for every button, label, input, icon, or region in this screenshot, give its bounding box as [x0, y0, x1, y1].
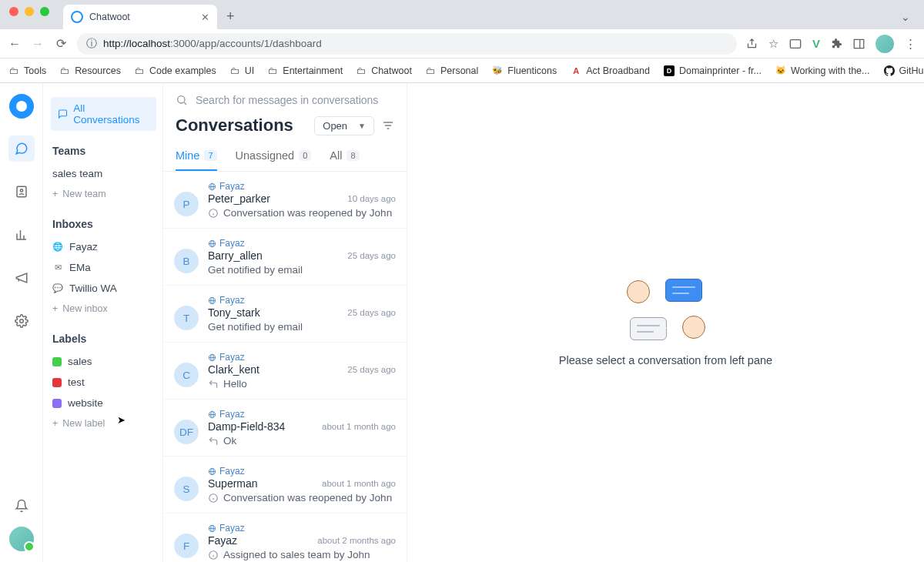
minimize-window-icon[interactable]: [25, 7, 34, 16]
nav-contacts[interactable]: [8, 179, 35, 205]
conversation-item[interactable]: SFayazSupermanabout 1 month agoConversat…: [163, 457, 407, 513]
sidebar-inbox-item[interactable]: ✉EMa: [51, 257, 156, 278]
sidebar-inbox-item[interactable]: 🌐Fayaz: [51, 236, 156, 257]
site-icon: 🐱: [775, 65, 786, 76]
inbox-tag: Fayaz: [208, 523, 396, 534]
status-dropdown[interactable]: Open ▼: [314, 116, 374, 135]
extensions-icon[interactable]: [831, 38, 842, 49]
address-actions: ☆ V ⋮: [746, 35, 916, 53]
sidebar-label-item[interactable]: website: [51, 393, 156, 413]
app-logo[interactable]: [9, 94, 34, 119]
contact-name: Clark_kent: [208, 363, 259, 376]
nav-conversations[interactable]: [8, 135, 35, 162]
conversation-item[interactable]: FFayazFayazabout 2 months agoAssigned to…: [163, 513, 407, 562]
contact-avatar: DF: [174, 420, 199, 444]
folder-icon: 🗀: [357, 65, 367, 76]
sidebar-new-team[interactable]: +New team: [51, 184, 156, 204]
bookmark-folder[interactable]: 🗀Personal: [426, 65, 478, 76]
bookmark-star-icon[interactable]: ☆: [768, 37, 778, 51]
conversation-item[interactable]: BFayazBarry_allen25 days agoGet notified…: [163, 229, 407, 286]
bookmark-folder[interactable]: 🗀UI: [230, 65, 255, 76]
panel-icon[interactable]: [853, 38, 865, 49]
app-root: All Conversations Teams sales team +New …: [0, 83, 924, 562]
conversation-item[interactable]: CFayazClark_kent25 days agoHello: [163, 343, 407, 400]
tab-mine[interactable]: Mine7: [176, 143, 217, 171]
bookmark-folder[interactable]: 🗀Tools: [9, 65, 46, 76]
nav-settings[interactable]: [8, 308, 35, 334]
conversation-item[interactable]: DFFayazDamp-Field-834about 1 month agoOk: [163, 400, 407, 457]
search-bar[interactable]: [163, 83, 407, 112]
contact-avatar: T: [174, 306, 199, 330]
sidebar-heading-inboxes: Inboxes: [52, 218, 156, 230]
back-button[interactable]: ←: [8, 37, 22, 51]
sidebar-new-label[interactable]: +New label: [51, 413, 156, 433]
close-tab-icon[interactable]: ✕: [201, 12, 209, 23]
contact-avatar: C: [174, 363, 199, 387]
sidebar-label-item[interactable]: test: [51, 372, 156, 393]
reply-icon: [208, 436, 219, 447]
inbox-tag: Fayaz: [208, 352, 396, 363]
message-preview: Assigned to sales team by John: [208, 549, 396, 560]
nav-notifications[interactable]: [8, 493, 35, 519]
site-info-icon[interactable]: ⓘ: [86, 37, 97, 51]
contact-name: Damp-Field-834: [208, 420, 285, 433]
inbox-tag: Fayaz: [208, 466, 396, 477]
menu-icon[interactable]: ⋮: [905, 37, 916, 51]
bookmark-folder[interactable]: 🗀Chatwoot: [357, 65, 412, 76]
search-input[interactable]: [196, 94, 394, 106]
sidebar-new-inbox[interactable]: +New inbox: [51, 299, 156, 319]
close-window-icon[interactable]: [9, 7, 18, 16]
status-label: Open: [323, 120, 347, 132]
bookmark-folder[interactable]: 🗀Entertainment: [268, 65, 343, 76]
new-tab-button[interactable]: +: [217, 8, 244, 29]
bookmarks-bar: 🗀Tools 🗀Resources 🗀Code examples 🗀UI 🗀En…: [0, 59, 924, 83]
profile-avatar-icon[interactable]: [875, 35, 894, 53]
sidebar-team-item[interactable]: sales team: [51, 163, 156, 184]
contact-avatar: F: [174, 534, 199, 558]
folder-icon: 🗀: [268, 65, 278, 76]
forward-button: →: [31, 37, 45, 51]
nav-campaigns[interactable]: [8, 265, 35, 291]
user-avatar[interactable]: [9, 527, 34, 551]
share-icon[interactable]: [746, 38, 758, 49]
sidebar-inbox-item[interactable]: 💬Twillio WA: [51, 278, 156, 299]
timestamp: 25 days ago: [347, 365, 396, 374]
bookmark-folder[interactable]: 🗀Resources: [60, 65, 121, 76]
label-color-icon: [52, 378, 62, 387]
bookmark-link[interactable]: GitHub Command...: [884, 65, 925, 76]
reload-button[interactable]: ⟳: [54, 36, 68, 51]
nav-reports[interactable]: [8, 222, 35, 248]
conversation-item[interactable]: PFayazPeter_parker10 days agoConversatio…: [163, 172, 407, 229]
browser-tab[interactable]: Chatwoot ✕: [63, 5, 217, 29]
bookmark-link[interactable]: AAct Broadband: [571, 65, 650, 76]
label-color-icon: [52, 399, 62, 408]
conversation-header: Conversations Open ▼: [163, 112, 407, 143]
bookmark-link[interactable]: 🐱Working with the...: [775, 65, 870, 76]
chat-icon: 💬: [52, 283, 63, 294]
bookmark-folder[interactable]: 🗀Code examples: [135, 65, 216, 76]
bookmark-link[interactable]: 🐝Fluenticons: [492, 65, 557, 76]
tab-all[interactable]: All8: [330, 143, 359, 171]
url-field[interactable]: ⓘ http://localhost:3000/app/accounts/1/d…: [77, 33, 737, 55]
tab-unassigned[interactable]: Unassigned0: [236, 143, 312, 171]
conversation-item[interactable]: TFayazTony_stark25 days agoGet notified …: [163, 286, 407, 343]
browser-tab-bar: Chatwoot ✕ + ⌄: [0, 0, 924, 29]
plus-icon: +: [52, 418, 58, 429]
contact-avatar: B: [174, 249, 199, 273]
sidebar-all-conversations[interactable]: All Conversations: [51, 97, 156, 131]
message-preview: Hello: [208, 378, 396, 390]
cast-icon[interactable]: [789, 38, 802, 49]
bookmark-link[interactable]: DDomainprinter - fr...: [664, 65, 762, 76]
reply-icon: [208, 379, 219, 390]
vue-devtools-icon[interactable]: V: [812, 37, 820, 50]
timestamp: about 2 months ago: [317, 536, 396, 545]
svg-rect-0: [790, 39, 800, 48]
tabs-dropdown-icon[interactable]: ⌄: [893, 11, 918, 29]
sidebar-heading-labels: Labels: [52, 333, 156, 345]
message-preview: Conversation was reopened by John: [208, 492, 396, 503]
conversation-list: PFayazPeter_parker10 days agoConversatio…: [163, 172, 407, 562]
maximize-window-icon[interactable]: [40, 7, 49, 16]
sidebar-label-item[interactable]: sales: [51, 351, 156, 372]
filter-icon[interactable]: [382, 120, 394, 131]
mail-icon: ✉: [52, 263, 63, 273]
